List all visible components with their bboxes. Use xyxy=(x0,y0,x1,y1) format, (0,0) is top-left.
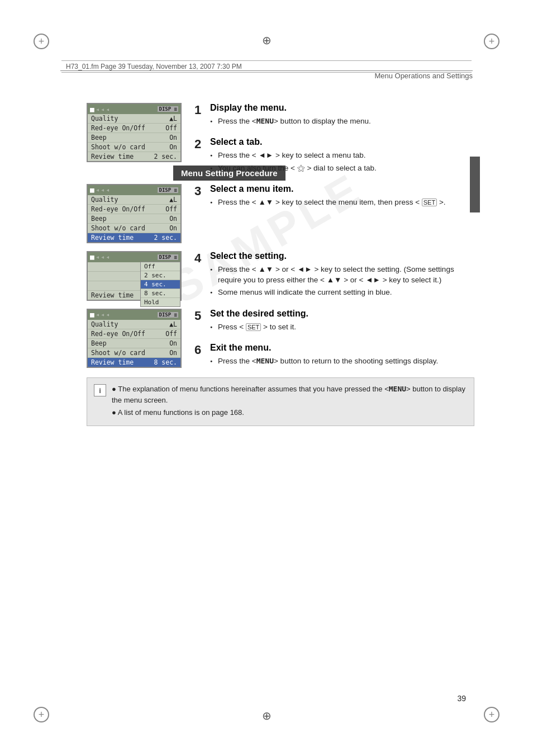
step-3-bullet-1: Press the < ▲▼ > key to select the menu … xyxy=(210,197,446,208)
lcd-row-redeye-3: Red-eye On/OffOff xyxy=(88,205,180,214)
lcd-tab1-3: ◃ xyxy=(101,187,104,193)
step-56-content: 5 Set the desired setting. Press < SET >… xyxy=(190,309,474,369)
step-56-row: ■ ◃ ◃ ◃ DISP ≡ Quality▲L Red-eye On/OffO… xyxy=(87,309,474,369)
step-5-screen: ■ ◃ ◃ ◃ DISP ≡ Quality▲L Red-eye On/OffO… xyxy=(87,309,190,368)
step-6-bullets: Press the <MENU> button to return to the… xyxy=(210,356,438,367)
step-4-row: ■ ◃ ◃ ◃ DISP ≡ Review time xyxy=(87,251,474,301)
step-3-content: 3 Select a menu item. Press the < ▲▼ > k… xyxy=(190,184,474,210)
step-1-block: 1 Display the menu. Press the <MENU> but… xyxy=(194,103,474,129)
step-2-block: 2 Select a tab. Press the < ◄► > key to … xyxy=(194,137,474,176)
lcd-row-quality-1: Quality▲L xyxy=(88,114,180,124)
page-heading: Menu Operations and Settings xyxy=(374,72,473,80)
lcd-tab1-4: ◃ xyxy=(101,254,104,260)
step-4-title: Select the setting. xyxy=(210,251,474,261)
lcd-film-icon-3: ◃ xyxy=(96,187,99,193)
step-1-title: Display the menu. xyxy=(210,103,371,113)
lcd-row-quality-5: Quality▲L xyxy=(88,320,180,329)
note-bullet-1: ● The explanation of menu functions here… xyxy=(112,384,467,405)
step-5-bullets: Press < SET > to set it. xyxy=(210,322,308,333)
step-6-step-block: 6 Exit the menu. Press the <MENU> button… xyxy=(194,343,474,369)
lcd-row-quality-3: Quality▲L xyxy=(88,195,180,205)
step-2-title: Select a tab. xyxy=(210,137,377,147)
reg-mark-tc xyxy=(259,32,274,48)
step-6-number: 6 xyxy=(194,343,207,357)
lcd-row-review-5: Review time8 sec. xyxy=(88,358,180,367)
step-5-bullet-1: Press < SET > to set it. xyxy=(210,322,308,333)
lcd-film-icon: ◃ xyxy=(96,106,99,112)
step-3-row: ■ ◃ ◃ ◃ DISP ≡ Quality▲L Red-eye On/OffO… xyxy=(87,184,474,243)
lcd-disp-badge-4: DISP ≡ xyxy=(158,254,178,260)
step-4-screen: ■ ◃ ◃ ◃ DISP ≡ Review time xyxy=(87,251,190,301)
top-rule xyxy=(60,70,473,71)
popup-hold: Hold xyxy=(141,298,180,306)
step-3-title: Select a menu item. xyxy=(210,184,446,194)
lcd-screen-5: ■ ◃ ◃ ◃ DISP ≡ Quality▲L Red-eye On/OffO… xyxy=(87,309,182,368)
lcd-row-beep-3: BeepOn xyxy=(88,214,180,224)
step-3-screen: ■ ◃ ◃ ◃ DISP ≡ Quality▲L Red-eye On/OffO… xyxy=(87,184,190,243)
lcd-row-redeye-5: Red-eye On/OffOff xyxy=(88,329,180,339)
step-1-screen: ■ ◃ ◃ ◃ DISP ≡ Quality▲L Red-eye On/OffO… xyxy=(87,103,190,162)
lcd-row-review-4: Review time Off 2 sec. 4 sec. 8 sec. Hol… xyxy=(88,291,180,300)
lcd-row-review-1: Review time2 sec. xyxy=(88,152,180,161)
popup-off: Off xyxy=(141,262,180,271)
reg-mark-bc xyxy=(259,708,274,724)
step-5-title: Set the desired setting. xyxy=(210,309,308,319)
reg-mark-bl xyxy=(34,707,49,722)
step-2-bullet-2: You can also turn the < ⚝ > dial to sele… xyxy=(210,163,377,174)
lcd-disp-badge-3: DISP ≡ xyxy=(158,187,178,193)
reg-mark-tr xyxy=(484,34,499,49)
step-4-bullet-1: Press the < ▲▼ > or < ◄► > key to select… xyxy=(210,264,474,286)
lcd-film-icon-4: ◃ xyxy=(96,254,99,260)
lcd-tab1: ◃ xyxy=(101,106,104,112)
step-3-step-block: 3 Select a menu item. Press the < ▲▼ > k… xyxy=(194,184,474,210)
step-6-bullet-1: Press the <MENU> button to return to the… xyxy=(210,356,438,367)
lcd-tab1-5: ◃ xyxy=(101,311,104,318)
popup-4sec: 4 sec. xyxy=(141,280,180,289)
lcd-row-shoot-5: Shoot w/o cardOn xyxy=(88,348,180,358)
step-5-number: 5 xyxy=(194,309,207,323)
step-4-bullets: Press the < ▲▼ > or < ◄► > key to select… xyxy=(210,264,474,299)
step-3-number: 3 xyxy=(194,184,207,199)
popup-2sec: 2 sec. xyxy=(141,271,180,280)
note-content: ● The explanation of menu functions here… xyxy=(112,384,467,420)
lcd-row-beep-1: BeepOn xyxy=(88,133,180,143)
lcd-row-redeye-1: Red-eye On/OffOff xyxy=(88,124,180,133)
step-3-bullets: Press the < ▲▼ > key to select the menu … xyxy=(210,197,446,208)
lcd-screen-3: ■ ◃ ◃ ◃ DISP ≡ Quality▲L Red-eye On/OffO… xyxy=(87,184,182,243)
page-number: 39 xyxy=(457,694,466,703)
lcd-cam-icon-4: ■ xyxy=(90,253,94,261)
note-bullet-2: ● A list of menu functions is on page 16… xyxy=(112,407,467,418)
lcd-row-shoot-1: Shoot w/o cardOn xyxy=(88,143,180,152)
step-1-number: 1 xyxy=(194,103,207,117)
step-6-title: Exit the menu. xyxy=(210,343,438,353)
lcd-cam-icon: ■ xyxy=(90,105,94,114)
step-1-content: 1 Display the menu. Press the <MENU> but… xyxy=(190,103,474,176)
lcd-film-icon-5: ◃ xyxy=(96,311,99,318)
step-4-content: 4 Select the setting. Press the < ▲▼ > o… xyxy=(190,251,474,301)
steps-container: ■ ◃ ◃ ◃ DISP ≡ Quality▲L Red-eye On/OffO… xyxy=(87,103,474,426)
popup-8sec: 8 sec. xyxy=(141,289,180,298)
step-4-bullet-2: Some menus will indicate the current set… xyxy=(210,287,474,298)
lcd-screen-4: ■ ◃ ◃ ◃ DISP ≡ Review time xyxy=(87,251,182,301)
lcd-row-review-3: Review time2 sec. xyxy=(88,233,180,242)
lcd-screen-1: ■ ◃ ◃ ◃ DISP ≡ Quality▲L Red-eye On/OffO… xyxy=(87,103,182,162)
content-area: Menu Setting Procedure ■ ◃ ◃ ◃ DISP ≡ Qu… xyxy=(87,83,474,689)
lcd-tab2-3: ◃ xyxy=(106,187,110,193)
lcd-disp-badge-1: DISP ≡ xyxy=(158,106,178,112)
note-box: i ● The explanation of menu functions he… xyxy=(87,377,474,426)
lcd-popup-4: Off 2 sec. 4 sec. 8 sec. Hold xyxy=(140,262,180,307)
step-1-bullet-1: Press the <MENU> button to display the m… xyxy=(210,116,371,127)
lcd-disp-badge-5: DISP ≡ xyxy=(158,312,178,318)
lcd-tab2: ◃ xyxy=(106,106,110,112)
step-5-step-block: 5 Set the desired setting. Press < SET >… xyxy=(194,309,474,335)
step-2-bullets: Press the < ◄► > key to select a menu ta… xyxy=(210,150,377,174)
lcd-cam-icon-5: ■ xyxy=(90,310,94,319)
reg-mark-tl xyxy=(34,34,49,49)
lcd-cam-icon-3: ■ xyxy=(90,186,94,194)
step-4-number: 4 xyxy=(194,251,207,266)
step-2-bullet-1: Press the < ◄► > key to select a menu ta… xyxy=(210,150,377,161)
note-icon: i xyxy=(94,384,106,396)
lcd-row-shoot-3: Shoot w/o cardOn xyxy=(88,224,180,233)
lcd-tab2-4: ◃ xyxy=(106,254,110,260)
step-4-step-block: 4 Select the setting. Press the < ▲▼ > o… xyxy=(194,251,474,301)
